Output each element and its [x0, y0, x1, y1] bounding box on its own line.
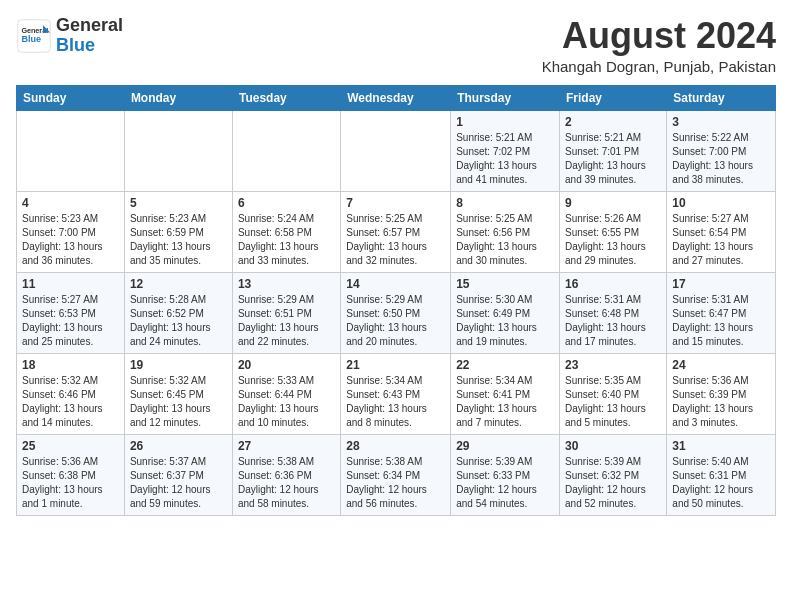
- calendar-cell: 16Sunrise: 5:31 AM Sunset: 6:48 PM Dayli…: [560, 272, 667, 353]
- day-number: 14: [346, 277, 445, 291]
- logo-blue-text: Blue: [56, 35, 95, 55]
- calendar-cell: 8Sunrise: 5:25 AM Sunset: 6:56 PM Daylig…: [451, 191, 560, 272]
- day-info: Sunrise: 5:29 AM Sunset: 6:51 PM Dayligh…: [238, 293, 335, 349]
- calendar-cell: 24Sunrise: 5:36 AM Sunset: 6:39 PM Dayli…: [667, 353, 776, 434]
- day-number: 18: [22, 358, 119, 372]
- weekday-header-saturday: Saturday: [667, 85, 776, 110]
- day-number: 8: [456, 196, 554, 210]
- weekday-header-tuesday: Tuesday: [232, 85, 340, 110]
- day-number: 22: [456, 358, 554, 372]
- day-number: 9: [565, 196, 661, 210]
- day-info: Sunrise: 5:27 AM Sunset: 6:54 PM Dayligh…: [672, 212, 770, 268]
- day-info: Sunrise: 5:30 AM Sunset: 6:49 PM Dayligh…: [456, 293, 554, 349]
- weekday-header-row: SundayMondayTuesdayWednesdayThursdayFrid…: [17, 85, 776, 110]
- day-info: Sunrise: 5:36 AM Sunset: 6:38 PM Dayligh…: [22, 455, 119, 511]
- calendar-week-row: 11Sunrise: 5:27 AM Sunset: 6:53 PM Dayli…: [17, 272, 776, 353]
- page-header: General Blue General Blue August 2024 Kh…: [16, 16, 776, 75]
- calendar-cell: 18Sunrise: 5:32 AM Sunset: 6:46 PM Dayli…: [17, 353, 125, 434]
- calendar-cell: 1Sunrise: 5:21 AM Sunset: 7:02 PM Daylig…: [451, 110, 560, 191]
- calendar-cell: 31Sunrise: 5:40 AM Sunset: 6:31 PM Dayli…: [667, 434, 776, 515]
- day-info: Sunrise: 5:32 AM Sunset: 6:46 PM Dayligh…: [22, 374, 119, 430]
- day-info: Sunrise: 5:23 AM Sunset: 7:00 PM Dayligh…: [22, 212, 119, 268]
- day-info: Sunrise: 5:23 AM Sunset: 6:59 PM Dayligh…: [130, 212, 227, 268]
- day-info: Sunrise: 5:36 AM Sunset: 6:39 PM Dayligh…: [672, 374, 770, 430]
- logo-icon: General Blue: [16, 18, 52, 54]
- day-info: Sunrise: 5:34 AM Sunset: 6:43 PM Dayligh…: [346, 374, 445, 430]
- day-info: Sunrise: 5:27 AM Sunset: 6:53 PM Dayligh…: [22, 293, 119, 349]
- day-info: Sunrise: 5:32 AM Sunset: 6:45 PM Dayligh…: [130, 374, 227, 430]
- calendar-cell: [341, 110, 451, 191]
- calendar-cell: 28Sunrise: 5:38 AM Sunset: 6:34 PM Dayli…: [341, 434, 451, 515]
- day-number: 27: [238, 439, 335, 453]
- day-number: 30: [565, 439, 661, 453]
- weekday-header-wednesday: Wednesday: [341, 85, 451, 110]
- calendar-cell: 26Sunrise: 5:37 AM Sunset: 6:37 PM Dayli…: [124, 434, 232, 515]
- day-number: 1: [456, 115, 554, 129]
- day-info: Sunrise: 5:37 AM Sunset: 6:37 PM Dayligh…: [130, 455, 227, 511]
- day-number: 12: [130, 277, 227, 291]
- day-number: 20: [238, 358, 335, 372]
- day-info: Sunrise: 5:39 AM Sunset: 6:32 PM Dayligh…: [565, 455, 661, 511]
- day-info: Sunrise: 5:39 AM Sunset: 6:33 PM Dayligh…: [456, 455, 554, 511]
- title-block: August 2024 Khangah Dogran, Punjab, Paki…: [542, 16, 776, 75]
- day-number: 17: [672, 277, 770, 291]
- calendar-cell: 22Sunrise: 5:34 AM Sunset: 6:41 PM Dayli…: [451, 353, 560, 434]
- calendar-table: SundayMondayTuesdayWednesdayThursdayFrid…: [16, 85, 776, 516]
- day-number: 28: [346, 439, 445, 453]
- weekday-header-monday: Monday: [124, 85, 232, 110]
- day-number: 25: [22, 439, 119, 453]
- calendar-cell: 10Sunrise: 5:27 AM Sunset: 6:54 PM Dayli…: [667, 191, 776, 272]
- calendar-cell: 19Sunrise: 5:32 AM Sunset: 6:45 PM Dayli…: [124, 353, 232, 434]
- day-number: 31: [672, 439, 770, 453]
- calendar-cell: [124, 110, 232, 191]
- day-number: 23: [565, 358, 661, 372]
- calendar-cell: 13Sunrise: 5:29 AM Sunset: 6:51 PM Dayli…: [232, 272, 340, 353]
- calendar-cell: 9Sunrise: 5:26 AM Sunset: 6:55 PM Daylig…: [560, 191, 667, 272]
- calendar-cell: 30Sunrise: 5:39 AM Sunset: 6:32 PM Dayli…: [560, 434, 667, 515]
- day-info: Sunrise: 5:35 AM Sunset: 6:40 PM Dayligh…: [565, 374, 661, 430]
- day-number: 24: [672, 358, 770, 372]
- day-number: 7: [346, 196, 445, 210]
- day-number: 2: [565, 115, 661, 129]
- weekday-header-sunday: Sunday: [17, 85, 125, 110]
- day-info: Sunrise: 5:31 AM Sunset: 6:47 PM Dayligh…: [672, 293, 770, 349]
- calendar-week-row: 1Sunrise: 5:21 AM Sunset: 7:02 PM Daylig…: [17, 110, 776, 191]
- logo: General Blue General Blue: [16, 16, 123, 56]
- calendar-cell: 11Sunrise: 5:27 AM Sunset: 6:53 PM Dayli…: [17, 272, 125, 353]
- calendar-cell: 12Sunrise: 5:28 AM Sunset: 6:52 PM Dayli…: [124, 272, 232, 353]
- calendar-cell: 4Sunrise: 5:23 AM Sunset: 7:00 PM Daylig…: [17, 191, 125, 272]
- location-text: Khangah Dogran, Punjab, Pakistan: [542, 58, 776, 75]
- day-number: 6: [238, 196, 335, 210]
- calendar-cell: 29Sunrise: 5:39 AM Sunset: 6:33 PM Dayli…: [451, 434, 560, 515]
- day-info: Sunrise: 5:34 AM Sunset: 6:41 PM Dayligh…: [456, 374, 554, 430]
- calendar-cell: 5Sunrise: 5:23 AM Sunset: 6:59 PM Daylig…: [124, 191, 232, 272]
- day-info: Sunrise: 5:25 AM Sunset: 6:56 PM Dayligh…: [456, 212, 554, 268]
- day-number: 21: [346, 358, 445, 372]
- logo-general-text: General: [56, 15, 123, 35]
- day-info: Sunrise: 5:33 AM Sunset: 6:44 PM Dayligh…: [238, 374, 335, 430]
- day-info: Sunrise: 5:24 AM Sunset: 6:58 PM Dayligh…: [238, 212, 335, 268]
- calendar-cell: 6Sunrise: 5:24 AM Sunset: 6:58 PM Daylig…: [232, 191, 340, 272]
- day-info: Sunrise: 5:28 AM Sunset: 6:52 PM Dayligh…: [130, 293, 227, 349]
- day-number: 13: [238, 277, 335, 291]
- day-info: Sunrise: 5:38 AM Sunset: 6:34 PM Dayligh…: [346, 455, 445, 511]
- calendar-cell: [17, 110, 125, 191]
- day-number: 29: [456, 439, 554, 453]
- calendar-week-row: 25Sunrise: 5:36 AM Sunset: 6:38 PM Dayli…: [17, 434, 776, 515]
- day-info: Sunrise: 5:21 AM Sunset: 7:02 PM Dayligh…: [456, 131, 554, 187]
- day-number: 26: [130, 439, 227, 453]
- day-number: 15: [456, 277, 554, 291]
- day-info: Sunrise: 5:26 AM Sunset: 6:55 PM Dayligh…: [565, 212, 661, 268]
- day-info: Sunrise: 5:38 AM Sunset: 6:36 PM Dayligh…: [238, 455, 335, 511]
- weekday-header-thursday: Thursday: [451, 85, 560, 110]
- day-info: Sunrise: 5:31 AM Sunset: 6:48 PM Dayligh…: [565, 293, 661, 349]
- day-number: 3: [672, 115, 770, 129]
- calendar-cell: [232, 110, 340, 191]
- day-number: 10: [672, 196, 770, 210]
- calendar-cell: 25Sunrise: 5:36 AM Sunset: 6:38 PM Dayli…: [17, 434, 125, 515]
- calendar-cell: 15Sunrise: 5:30 AM Sunset: 6:49 PM Dayli…: [451, 272, 560, 353]
- calendar-cell: 27Sunrise: 5:38 AM Sunset: 6:36 PM Dayli…: [232, 434, 340, 515]
- calendar-cell: 21Sunrise: 5:34 AM Sunset: 6:43 PM Dayli…: [341, 353, 451, 434]
- calendar-cell: 3Sunrise: 5:22 AM Sunset: 7:00 PM Daylig…: [667, 110, 776, 191]
- day-info: Sunrise: 5:21 AM Sunset: 7:01 PM Dayligh…: [565, 131, 661, 187]
